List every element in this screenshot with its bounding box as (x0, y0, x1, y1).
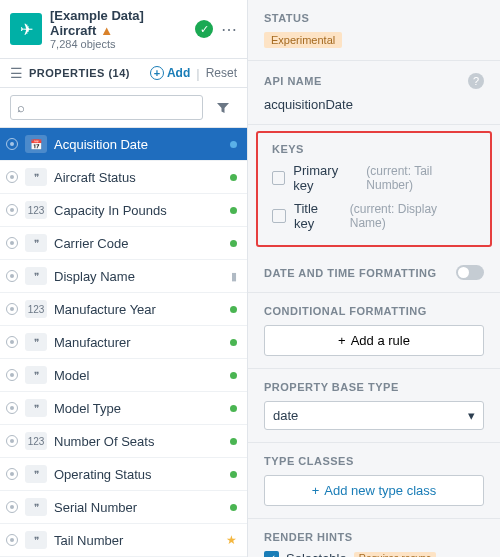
property-name: Aircraft Status (54, 170, 223, 185)
funnel-icon (216, 101, 230, 115)
property-name: Number Of Seats (54, 434, 223, 449)
target-icon (6, 435, 18, 447)
property-name: Capacity In Pounds (54, 203, 223, 218)
filter-button[interactable] (209, 95, 237, 120)
status-dot (230, 504, 237, 511)
property-item[interactable]: 123Capacity In Pounds (0, 194, 247, 227)
selectable-checkbox[interactable]: ✓ (264, 551, 279, 557)
property-name: Manufacture Year (54, 302, 223, 317)
requires-resync-badge: Requires resync (354, 552, 436, 557)
keys-section-label: KEYS (272, 143, 476, 155)
status-dot (230, 372, 237, 379)
api-section-label: API NAME (264, 75, 322, 87)
property-name: Manufacturer (54, 335, 223, 350)
string-type-icon: ❞ (25, 333, 47, 351)
string-type-icon: ❞ (25, 399, 47, 417)
target-icon (6, 336, 18, 348)
property-item[interactable]: ❞Display Name▮ (0, 260, 247, 293)
chevron-down-icon: ▾ (468, 408, 475, 423)
property-name: Acquisition Date (54, 137, 223, 152)
property-item[interactable]: ❞Manufacturer (0, 326, 247, 359)
string-type-icon: ❞ (25, 267, 47, 285)
keys-section: KEYS Primary key (current: Tail Number) … (256, 131, 492, 247)
object-count: 7,284 objects (50, 38, 187, 50)
properties-label: PROPERTIES (14) (29, 67, 144, 79)
target-icon (6, 270, 18, 282)
property-list: 📅Acquisition Date❞Aircraft Status123Capa… (0, 128, 247, 557)
property-name: Model (54, 368, 223, 383)
basetype-select[interactable]: date ▾ (264, 401, 484, 430)
title-key-current: (current: Display Name) (350, 202, 476, 230)
status-section-label: STATUS (264, 12, 484, 24)
list-icon: ☰ (10, 65, 23, 81)
property-item[interactable]: 123Number Of Seats (0, 425, 247, 458)
target-icon (6, 402, 18, 414)
conditional-section-label: CONDITIONAL FORMATTING (264, 305, 484, 317)
string-type-icon: ❞ (25, 234, 47, 252)
status-check-icon: ✓ (195, 20, 213, 38)
more-menu-button[interactable]: ⋯ (221, 20, 237, 39)
plus-circle-icon: + (150, 66, 164, 80)
object-header: ✈ [Example Data] Aircraft ▲ 7,284 object… (0, 0, 247, 58)
string-type-icon: ❞ (25, 465, 47, 483)
property-item[interactable]: 123Manufacture Year (0, 293, 247, 326)
typeclasses-section-label: TYPE CLASSES (264, 455, 484, 467)
target-icon (6, 237, 18, 249)
status-dot (230, 471, 237, 478)
reset-button[interactable]: Reset (206, 66, 237, 80)
bookmark-icon: ▮ (231, 270, 237, 283)
status-dot (230, 339, 237, 346)
selectable-label: Selectable (286, 551, 347, 557)
string-type-icon: ❞ (25, 366, 47, 384)
string-type-icon: ❞ (25, 498, 47, 516)
target-icon (6, 171, 18, 183)
datetime-toggle[interactable] (456, 265, 484, 280)
primary-key-label: Primary key (293, 163, 358, 193)
search-icon: ⌕ (17, 100, 25, 115)
property-name: Model Type (54, 401, 223, 416)
target-icon (6, 501, 18, 513)
target-icon (6, 534, 18, 546)
property-item[interactable]: ❞Model (0, 359, 247, 392)
object-title: Aircraft (50, 23, 96, 38)
property-name: Serial Number (54, 500, 223, 515)
property-item[interactable]: ❞Tail Number★ (0, 524, 247, 557)
target-icon (6, 204, 18, 216)
basetype-section-label: PROPERTY BASE TYPE (264, 381, 484, 393)
property-item[interactable]: ❞Model Type (0, 392, 247, 425)
property-item[interactable]: ❞Carrier Code (0, 227, 247, 260)
property-item[interactable]: ❞Aircraft Status (0, 161, 247, 194)
property-item[interactable]: 📅Acquisition Date (0, 128, 247, 161)
search-input[interactable]: ⌕ (10, 95, 203, 120)
help-icon[interactable]: ? (468, 73, 484, 89)
target-icon (6, 468, 18, 480)
property-name: Display Name (54, 269, 224, 284)
target-icon (6, 303, 18, 315)
primary-key-checkbox[interactable] (272, 171, 285, 185)
warning-icon: ▲ (100, 23, 113, 38)
status-dot (230, 405, 237, 412)
datetime-section-label: DATE AND TIME FORMATTING (264, 267, 437, 279)
airplane-icon: ✈ (10, 13, 42, 45)
number-type-icon: 123 (25, 432, 47, 450)
property-name: Operating Status (54, 467, 223, 482)
add-property-button[interactable]: + Add (150, 66, 190, 80)
property-name: Tail Number (54, 533, 219, 548)
string-type-icon: ❞ (25, 531, 47, 549)
target-icon (6, 138, 18, 150)
object-prefix: [Example Data] (50, 8, 144, 23)
properties-bar: ☰ PROPERTIES (14) + Add | Reset (0, 58, 247, 88)
title-key-label: Title key (294, 201, 342, 231)
property-item[interactable]: ❞Operating Status (0, 458, 247, 491)
status-dot (230, 240, 237, 247)
plus-icon: + (312, 483, 320, 498)
property-name: Carrier Code (54, 236, 223, 251)
add-rule-button[interactable]: +Add a rule (264, 325, 484, 356)
status-dot (230, 141, 237, 148)
property-item[interactable]: ❞Serial Number (0, 491, 247, 524)
title-key-checkbox[interactable] (272, 209, 286, 223)
status-dot (230, 174, 237, 181)
star-icon: ★ (226, 533, 237, 547)
status-badge: Experimental (264, 32, 342, 48)
add-typeclass-button[interactable]: +Add new type class (264, 475, 484, 506)
